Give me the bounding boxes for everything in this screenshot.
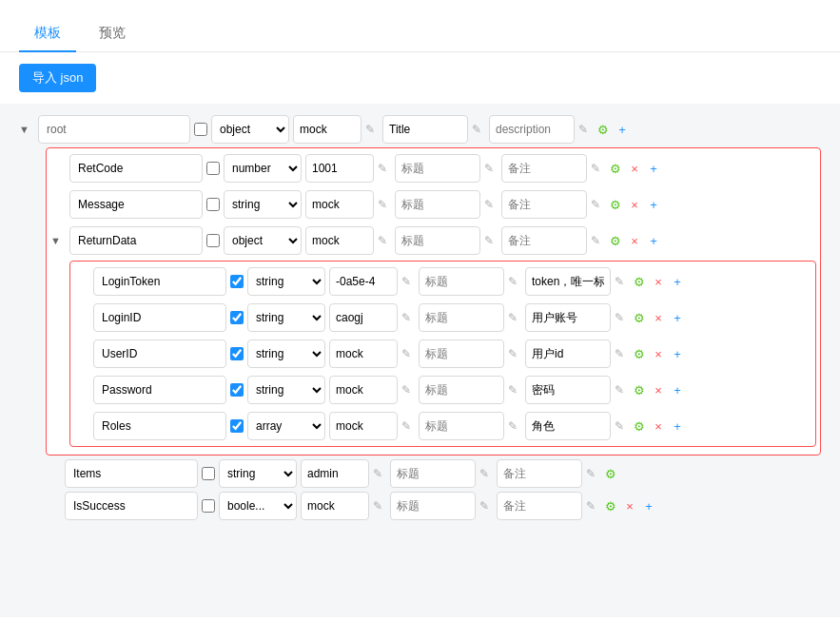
- logintoken-name-input[interactable]: [93, 267, 226, 296]
- tab-preview[interactable]: 预览: [84, 15, 141, 51]
- roles-checkbox[interactable]: [230, 419, 244, 433]
- tab-template[interactable]: 模板: [19, 15, 76, 51]
- roles-x-icon[interactable]: ×: [651, 419, 666, 434]
- password-plus-icon[interactable]: +: [670, 383, 685, 398]
- root-title-edit-icon[interactable]: ✎: [472, 123, 485, 136]
- retcode-desc-edit-icon[interactable]: ✎: [591, 162, 604, 175]
- returndata-x-icon[interactable]: ×: [627, 234, 642, 248]
- password-mock-input[interactable]: [329, 376, 398, 404]
- logintoken-x-icon[interactable]: ×: [651, 275, 666, 289]
- import-json-button[interactable]: 导入 json: [19, 64, 96, 92]
- issuccess-type-select[interactable]: boole...: [219, 492, 297, 520]
- items-desc-input[interactable]: [497, 459, 582, 488]
- message-desc-edit-icon[interactable]: ✎: [591, 198, 604, 211]
- items-checkbox[interactable]: [202, 467, 215, 480]
- message-title-input[interactable]: [395, 190, 480, 219]
- retcode-gear-icon[interactable]: ⚙: [608, 162, 623, 176]
- roles-title-input[interactable]: [419, 412, 504, 440]
- password-title-input[interactable]: [419, 376, 504, 404]
- items-mock-edit-icon[interactable]: ✎: [373, 467, 386, 480]
- issuccess-plus-icon[interactable]: +: [641, 499, 656, 514]
- items-type-select[interactable]: string: [219, 459, 297, 488]
- returndata-mock-input[interactable]: [305, 226, 374, 255]
- message-name-input[interactable]: [69, 190, 203, 219]
- loginid-desc-input[interactable]: [525, 303, 611, 332]
- roles-name-input[interactable]: [93, 412, 226, 440]
- retcode-plus-icon[interactable]: +: [646, 162, 661, 176]
- issuccess-desc-input[interactable]: [497, 492, 582, 520]
- issuccess-title-edit-icon[interactable]: ✎: [479, 499, 493, 513]
- retcode-x-icon[interactable]: ×: [627, 162, 642, 176]
- root-desc-input[interactable]: [489, 115, 575, 144]
- message-type-select[interactable]: string: [224, 190, 302, 219]
- roles-type-select[interactable]: array: [247, 412, 325, 440]
- userid-title-edit-icon[interactable]: ✎: [508, 347, 521, 360]
- message-desc-input[interactable]: [501, 190, 587, 219]
- returndata-type-select[interactable]: object: [224, 226, 302, 255]
- retcode-mock-input[interactable]: [305, 154, 374, 183]
- expand-root-icon[interactable]: ▼: [19, 124, 34, 135]
- items-mock-input[interactable]: [301, 459, 369, 488]
- password-desc-input[interactable]: [525, 376, 611, 404]
- returndata-plus-icon[interactable]: +: [646, 234, 661, 248]
- loginid-x-icon[interactable]: ×: [651, 311, 666, 325]
- loginid-name-input[interactable]: [93, 303, 226, 332]
- issuccess-mock-edit-icon[interactable]: ✎: [373, 499, 386, 513]
- roles-mock-edit-icon[interactable]: ✎: [401, 419, 415, 433]
- password-gear-icon[interactable]: ⚙: [632, 383, 647, 398]
- userid-checkbox[interactable]: [230, 347, 244, 360]
- retcode-desc-input[interactable]: [501, 154, 587, 183]
- message-mock-input[interactable]: [305, 190, 374, 219]
- loginid-plus-icon[interactable]: +: [670, 311, 685, 325]
- logintoken-type-select[interactable]: string: [247, 267, 325, 296]
- returndata-arrow[interactable]: ▼: [50, 235, 66, 246]
- root-mock-input[interactable]: [293, 115, 361, 144]
- loginid-desc-edit-icon[interactable]: ✎: [615, 311, 628, 324]
- items-title-input[interactable]: [390, 459, 476, 488]
- password-name-input[interactable]: [93, 376, 226, 404]
- userid-x-icon[interactable]: ×: [651, 347, 666, 361]
- returndata-mock-edit-icon[interactable]: ✎: [378, 234, 391, 247]
- issuccess-title-input[interactable]: [390, 492, 476, 520]
- root-gear-icon[interactable]: ⚙: [596, 123, 611, 137]
- loginid-title-input[interactable]: [419, 303, 504, 332]
- roles-plus-icon[interactable]: +: [670, 419, 685, 434]
- message-gear-icon[interactable]: ⚙: [608, 198, 623, 212]
- password-type-select[interactable]: string: [247, 376, 325, 404]
- issuccess-checkbox[interactable]: [202, 499, 215, 513]
- roles-gear-icon[interactable]: ⚙: [632, 419, 647, 434]
- returndata-checkbox[interactable]: [206, 234, 220, 247]
- logintoken-title-input[interactable]: [419, 267, 504, 296]
- userid-title-input[interactable]: [419, 339, 504, 368]
- items-gear-icon[interactable]: ⚙: [603, 467, 618, 481]
- loginid-title-edit-icon[interactable]: ✎: [508, 311, 521, 324]
- logintoken-title-edit-icon[interactable]: ✎: [508, 275, 521, 288]
- userid-gear-icon[interactable]: ⚙: [632, 347, 647, 361]
- returndata-name-input[interactable]: [69, 226, 203, 255]
- root-mock-edit-icon[interactable]: ✎: [365, 123, 379, 136]
- password-x-icon[interactable]: ×: [651, 383, 666, 398]
- issuccess-x-icon[interactable]: ×: [622, 499, 637, 514]
- userid-name-input[interactable]: [93, 339, 226, 368]
- issuccess-gear-icon[interactable]: ⚙: [603, 499, 618, 514]
- loginid-type-select[interactable]: string: [247, 303, 325, 332]
- root-checkbox[interactable]: [194, 123, 207, 136]
- logintoken-checkbox[interactable]: [230, 275, 244, 288]
- password-desc-edit-icon[interactable]: ✎: [615, 383, 628, 397]
- roles-desc-input[interactable]: [525, 412, 611, 440]
- logintoken-mock-edit-icon[interactable]: ✎: [401, 275, 415, 288]
- items-desc-edit-icon[interactable]: ✎: [586, 467, 599, 480]
- password-title-edit-icon[interactable]: ✎: [508, 383, 521, 397]
- retcode-name-input[interactable]: [69, 154, 203, 183]
- retcode-title-edit-icon[interactable]: ✎: [484, 162, 498, 175]
- logintoken-mock-input[interactable]: [329, 267, 398, 296]
- loginid-checkbox[interactable]: [230, 311, 244, 324]
- retcode-title-input[interactable]: [395, 154, 480, 183]
- loginid-mock-edit-icon[interactable]: ✎: [401, 311, 415, 324]
- userid-type-select[interactable]: string: [247, 339, 325, 368]
- issuccess-name-input[interactable]: [65, 492, 198, 520]
- userid-desc-input[interactable]: [525, 339, 611, 368]
- logintoken-desc-edit-icon[interactable]: ✎: [615, 275, 628, 288]
- root-desc-edit-icon[interactable]: ✎: [578, 123, 592, 136]
- logintoken-desc-input[interactable]: [525, 267, 611, 296]
